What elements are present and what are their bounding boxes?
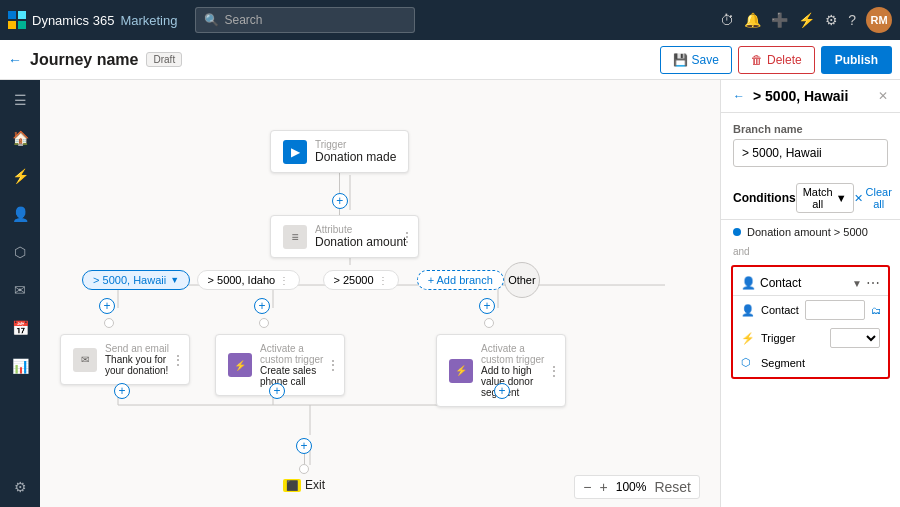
sidebar-icon-menu[interactable]: ☰ — [10, 88, 31, 112]
clear-all-button[interactable]: ✕ Clear all — [854, 186, 892, 210]
add-after-action3[interactable]: + — [494, 383, 510, 399]
sidebar-icon-emails[interactable]: ✉ — [10, 278, 30, 302]
zoom-level: 100% — [616, 480, 647, 494]
match-all-button[interactable]: Match all ▼ — [796, 183, 854, 213]
add-below-branch1[interactable]: + — [99, 298, 115, 314]
delete-button[interactable]: 🗑 Delete — [738, 46, 815, 74]
zoom-in-button[interactable]: + — [600, 479, 608, 495]
dropdown-item-contact[interactable]: 👤 Contact 🗂 — [733, 296, 888, 324]
page-header-bar: ← Journey name Draft 💾 Save 🗑 Delete Pub… — [0, 40, 900, 80]
email-icon: ✉ — [73, 348, 97, 372]
contact-input-action-icon[interactable]: 🗂 — [871, 305, 881, 316]
match-all-label: Match all — [803, 186, 833, 210]
page-title: Journey name — [30, 51, 138, 69]
publish-button[interactable]: Publish — [821, 46, 892, 74]
action-1-title: Thank you for your donation! — [105, 354, 177, 376]
dropdown-more-icon[interactable]: ⋯ — [866, 275, 880, 291]
new-icon[interactable]: ➕ — [771, 12, 788, 28]
add-before-exit[interactable]: + — [296, 438, 312, 454]
add-after-trigger[interactable]: + — [332, 193, 348, 209]
help-icon[interactable]: ? — [848, 12, 856, 28]
dropdown-header[interactable]: 👤 Contact ▼ ⋯ — [733, 271, 888, 296]
sidebar-icon-events[interactable]: 📅 — [8, 316, 33, 340]
filter-icon[interactable]: ⚡ — [798, 12, 815, 28]
branch-menu-idaho[interactable]: ⋮ — [279, 275, 289, 286]
connector-exit — [304, 454, 305, 464]
action-1-menu-icon[interactable]: ⋮ — [171, 352, 185, 368]
save-icon: 💾 — [673, 53, 688, 67]
circle-branch3 — [484, 318, 494, 328]
notifications-icon[interactable]: 🔔 — [744, 12, 761, 28]
sidebar-icon-analytics[interactable]: 📊 — [8, 354, 33, 378]
branch-chevron-hawaii: ▼ — [170, 275, 179, 285]
clear-all-label: Clear all — [866, 186, 892, 210]
recents-icon[interactable]: ⏱ — [720, 12, 734, 28]
contact-header-icon: 👤 — [741, 276, 756, 290]
svg-rect-3 — [18, 21, 26, 29]
panel-header: ← > 5000, Hawaii ✕ — [721, 80, 900, 113]
trigger-icon: ▶ — [283, 140, 307, 164]
branch-col-1: > 5000, Hawaii ▼ — [80, 270, 192, 290]
add-below-branch2[interactable]: + — [254, 298, 270, 314]
branch-name-input[interactable] — [733, 139, 888, 167]
attribute-title: Donation amount — [315, 235, 406, 249]
sidebar-icon-settings[interactable]: ⚙ — [10, 475, 31, 499]
other-chip[interactable]: Other — [504, 262, 540, 298]
settings-icon[interactable]: ⚙ — [825, 12, 838, 28]
dynamics-logo-icon — [8, 11, 26, 29]
dropdown-contact-input[interactable] — [805, 300, 865, 320]
save-button[interactable]: 💾 Save — [660, 46, 732, 74]
search-placeholder: Search — [224, 13, 262, 27]
exit-icon: ⬛ — [283, 479, 301, 492]
attribute-node[interactable]: ≡ Attribute Donation amount ⋮ — [270, 215, 419, 258]
add-after-action1[interactable]: + — [114, 383, 130, 399]
add-branch-button[interactable]: + Add branch — [417, 270, 504, 290]
action-3-label: Activate a custom trigger — [481, 343, 553, 365]
dropdown-item-segment[interactable]: ⬡ Segment — [733, 352, 888, 373]
attribute-node-box[interactable]: ≡ Attribute Donation amount ⋮ — [270, 215, 419, 258]
exit-label: Exit — [305, 478, 325, 492]
panel-back-button[interactable]: ← — [733, 89, 745, 103]
action-node-1-box[interactable]: ✉ Send an email Thank you for your donat… — [60, 334, 190, 385]
sidebar-icon-journeys[interactable]: ⚡ — [8, 164, 33, 188]
svg-rect-0 — [8, 11, 16, 19]
circle-branch1 — [104, 318, 114, 328]
add-branch-col: + Add branch — [417, 270, 504, 290]
branch-col-3: > 25000 ⋮ — [304, 270, 416, 290]
branch-chip-25000[interactable]: > 25000 ⋮ — [323, 270, 399, 290]
action-2-menu-icon[interactable]: ⋮ — [326, 357, 340, 373]
user-avatar[interactable]: RM — [866, 7, 892, 33]
zoom-reset-button[interactable]: Reset — [654, 479, 691, 495]
journey-canvas-area[interactable]: ▶ Trigger Donation made + ≡ Attribute Do… — [40, 80, 720, 507]
add-below-branch3[interactable]: + — [479, 298, 495, 314]
other-label: Other — [508, 274, 536, 286]
action-1-label: Send an email — [105, 343, 177, 354]
dropdown-item-trigger[interactable]: ⚡ Trigger — [733, 324, 888, 352]
branch-menu-25000[interactable]: ⋮ — [378, 275, 388, 286]
app-logo: Dynamics 365 Marketing — [8, 11, 177, 29]
action-3-info: Activate a custom trigger Add to high va… — [481, 343, 553, 398]
panel-close-button[interactable]: ✕ — [878, 89, 888, 103]
action-node-1[interactable]: ✉ Send an email Thank you for your donat… — [60, 334, 190, 385]
exit-node: ⬛ Exit — [283, 478, 325, 492]
sidebar-icon-home[interactable]: 🏠 — [8, 126, 33, 150]
attribute-menu-icon[interactable]: ⋮ — [400, 229, 414, 245]
dropdown-header-label: Contact — [760, 276, 848, 290]
dropdown-trigger-select[interactable] — [830, 328, 880, 348]
trigger-node-box[interactable]: ▶ Trigger Donation made — [270, 130, 409, 173]
global-search-box[interactable]: 🔍 Search — [195, 7, 415, 33]
branch-chip-idaho[interactable]: > 5000, Idaho ⋮ — [197, 270, 301, 290]
attribute-label: Attribute — [315, 224, 406, 235]
action-3-menu-icon[interactable]: ⋮ — [547, 363, 561, 379]
dropdown-segment-icon: ⬡ — [741, 356, 755, 369]
zoom-out-button[interactable]: − — [583, 479, 591, 495]
add-after-action2[interactable]: + — [269, 383, 285, 399]
svg-rect-1 — [18, 11, 26, 19]
branch-name-field-label: Branch name — [733, 123, 888, 135]
conditions-header: Conditions Match all ▼ ✕ Clear all — [721, 177, 900, 220]
branch-chip-hawaii[interactable]: > 5000, Hawaii ▼ — [82, 270, 190, 290]
status-badge: Draft — [146, 52, 182, 67]
sidebar-icon-contacts[interactable]: 👤 — [8, 202, 33, 226]
back-button[interactable]: ← — [8, 52, 22, 68]
sidebar-icon-segments[interactable]: ⬡ — [10, 240, 30, 264]
